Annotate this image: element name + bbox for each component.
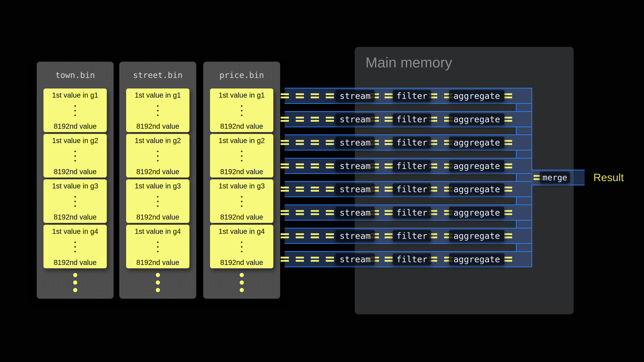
aggregate-operator-label: aggregate <box>454 91 500 101</box>
aggregate-operator-label: aggregate <box>454 114 500 124</box>
group-last-value: 8192nd value <box>136 122 179 130</box>
group-last-value: 8192nd value <box>220 213 263 221</box>
data-flow-dash-icon <box>384 117 393 122</box>
stream-channel-content: stream filter aggregate <box>281 90 512 102</box>
filter-operator-box: filter <box>393 137 431 148</box>
aggregate-operator-box: aggregate <box>449 207 504 218</box>
main-memory-title: Main memory <box>366 55 452 70</box>
data-flow-dash-icon <box>326 117 334 122</box>
file-name: town.bin <box>37 62 114 88</box>
filter-operator-box: filter <box>393 207 431 218</box>
data-flow-dash-icon <box>281 93 289 98</box>
group-first-value: 1st value in g2 <box>218 137 265 144</box>
value-group-cell: 1st value in g2 8192nd value <box>126 134 190 178</box>
data-flow-dash-icon <box>326 257 334 262</box>
channel-separator-box <box>284 127 517 135</box>
stream-operator-box: stream <box>336 90 375 102</box>
more-groups-ellipsis-icon <box>37 273 114 292</box>
merge-channel: merge <box>532 170 584 186</box>
value-group-cell: 1st value in g4 8192nd value <box>210 225 273 268</box>
ellipsis-icon <box>241 151 242 161</box>
result-label: Result <box>593 172 624 183</box>
data-flow-dash-icon <box>296 140 304 145</box>
aggregate-operator-label: aggregate <box>454 161 500 171</box>
data-flow-dash-icon <box>281 257 289 262</box>
stream-operator-box: stream <box>336 183 375 195</box>
stream-operator-box: stream <box>336 113 375 125</box>
data-flow-dash-icon <box>296 233 304 238</box>
data-flow-dash-icon <box>296 187 304 192</box>
data-flow-dash-icon <box>296 93 304 98</box>
stream-operator-label: stream <box>340 208 370 218</box>
aggregate-operator-box: aggregate <box>449 113 504 125</box>
group-first-value: 1st value in g3 <box>52 182 98 190</box>
group-first-value: 1st value in g2 <box>52 137 98 144</box>
channel-separator <box>284 150 532 158</box>
value-group-cell: 1st value in g2 8192nd value <box>210 134 273 178</box>
group-first-value: 1st value in g4 <box>218 228 265 235</box>
value-group-list: 1st value in g1 8192nd value 1st value i… <box>37 88 114 268</box>
data-flow-dash-icon <box>296 210 304 215</box>
stream-pipeline-region: stream filter aggregate stream <box>284 88 532 267</box>
data-flow-dash-icon <box>504 210 512 215</box>
filter-operator-label: filter <box>396 137 427 147</box>
group-last-value: 8192nd value <box>136 259 179 266</box>
data-flow-dash-icon <box>311 187 319 192</box>
data-flow-dash-icon <box>384 163 393 168</box>
data-flow-dash-icon <box>326 93 334 98</box>
stream-operator-label: stream <box>340 254 370 264</box>
channel-separator <box>284 244 532 251</box>
group-first-value: 1st value in g3 <box>135 182 181 190</box>
data-flow-dash-icon <box>281 233 289 238</box>
aggregate-operator-box: aggregate <box>449 230 504 242</box>
stream-channel: stream filter aggregate <box>284 134 532 150</box>
data-flow-dash-icon <box>384 93 393 98</box>
channel-separator-box <box>284 174 517 181</box>
data-flow-dash-icon <box>296 117 304 122</box>
data-flow-dash-icon <box>311 257 319 262</box>
more-groups-ellipsis-icon <box>203 273 280 292</box>
value-group-list: 1st value in g1 8192nd value 1st value i… <box>119 88 196 268</box>
stream-operator-label: stream <box>340 231 370 241</box>
file-name: street.bin <box>119 62 196 88</box>
group-first-value: 1st value in g4 <box>135 228 181 235</box>
aggregate-operator-label: aggregate <box>454 137 500 147</box>
filter-operator-box: filter <box>393 160 431 172</box>
data-flow-dash-icon <box>326 163 334 168</box>
filter-operator-box: filter <box>393 253 431 265</box>
stream-operator-box: stream <box>336 207 375 218</box>
data-flow-dash-icon <box>326 233 334 238</box>
channel-separator <box>284 104 532 111</box>
memory-connector-strip <box>517 127 532 135</box>
filter-operator-label: filter <box>396 161 427 171</box>
data-flow-dash-icon <box>504 140 512 145</box>
column-file-panel: town.bin 1st value in g1 8192nd value 1s… <box>37 62 114 299</box>
ellipsis-icon <box>241 105 242 116</box>
data-flow-dash-icon <box>311 163 319 168</box>
data-flow-dash-icon <box>504 233 512 238</box>
data-flow-dash-icon <box>281 117 289 122</box>
ellipsis-icon <box>74 242 76 252</box>
data-flow-dash-icon <box>326 210 334 215</box>
data-flow-dash-icon <box>311 210 319 215</box>
channel-separator-box <box>284 197 517 205</box>
stream-channel-content: stream filter aggregate <box>281 183 512 195</box>
filter-operator-label: filter <box>396 254 427 264</box>
value-group-cell: 1st value in g1 8192nd value <box>126 88 190 132</box>
data-flow-dash-icon <box>281 187 289 192</box>
aggregate-operator-label: aggregate <box>454 184 500 194</box>
group-first-value: 1st value in g4 <box>52 228 98 235</box>
column-file-panel: price.bin 1st value in g1 8192nd value 1… <box>203 62 280 299</box>
channel-separator-box <box>284 244 517 251</box>
data-flow-dash-icon <box>311 117 319 122</box>
ellipsis-icon <box>74 105 76 116</box>
data-flow-dash-icon <box>384 210 393 215</box>
stream-channel: stream filter aggregate <box>284 158 532 174</box>
group-first-value: 1st value in g1 <box>218 91 265 99</box>
stream-channel-content: stream filter aggregate <box>281 113 512 125</box>
aggregate-operator-box: aggregate <box>449 90 504 102</box>
aggregate-operator-label: aggregate <box>454 208 500 218</box>
stream-operator-box: stream <box>336 137 375 148</box>
group-last-value: 8192nd value <box>54 122 96 130</box>
stream-operator-label: stream <box>340 184 370 194</box>
